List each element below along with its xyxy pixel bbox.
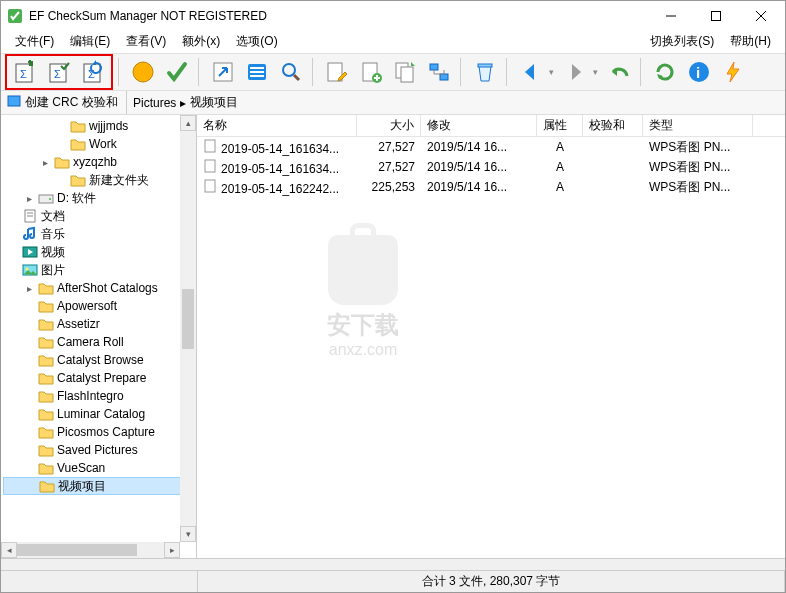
watermark-url: anxz.com: [327, 341, 399, 359]
svg-rect-26: [478, 64, 492, 67]
svg-rect-2: [711, 12, 720, 21]
network-icon[interactable]: [423, 56, 455, 88]
tree-item-label: AfterShot Catalogs: [57, 281, 158, 295]
cell-attr: A: [537, 160, 583, 174]
add-doc-icon[interactable]: [355, 56, 387, 88]
tree-item[interactable]: 视频: [3, 243, 196, 261]
scroll-down-icon[interactable]: ▾: [180, 526, 196, 542]
tree-item-label: Camera Roll: [57, 335, 124, 349]
back-dropdown-icon[interactable]: ▾: [549, 67, 557, 77]
tree-item[interactable]: Luminar Catalog: [3, 405, 196, 423]
expander-icon[interactable]: ▸: [39, 157, 51, 168]
scroll-left-icon[interactable]: ◂: [1, 542, 17, 558]
svg-rect-23: [401, 67, 413, 82]
cell-type: WPS看图 PN...: [643, 179, 753, 196]
file-list[interactable]: 名称 大小 修改 属性 校验和 类型 2019-05-14_161634...2…: [197, 115, 785, 558]
edit-icon[interactable]: [321, 56, 353, 88]
tree-item[interactable]: 视频项目: [3, 477, 196, 495]
menu-extra[interactable]: 额外(x): [174, 31, 228, 53]
svg-rect-29: [8, 96, 20, 106]
breadcrumb[interactable]: Pictures ▸ 视频项目: [127, 94, 244, 111]
scroll-right-icon[interactable]: ▸: [164, 542, 180, 558]
tree-item[interactable]: ▸AfterShot Catalogs: [3, 279, 196, 297]
maximize-button[interactable]: [693, 2, 738, 30]
tree-item[interactable]: Work: [3, 135, 196, 153]
sync-checksum-icon[interactable]: Σ: [77, 56, 109, 88]
tree-item[interactable]: 图片: [3, 261, 196, 279]
col-type[interactable]: 类型: [643, 115, 753, 136]
video-icon: [22, 244, 38, 260]
tree-item[interactable]: Assetizr: [3, 315, 196, 333]
tree-horizontal-scrollbar[interactable]: ◂ ▸: [1, 542, 180, 558]
action-label-text: 创建 CRC 校验和: [25, 94, 118, 111]
col-modified[interactable]: 修改: [421, 115, 537, 136]
refresh-icon[interactable]: [649, 56, 681, 88]
forward-icon[interactable]: [559, 56, 591, 88]
watermark-text: 安下载: [327, 309, 399, 341]
tree-item[interactable]: Camera Roll: [3, 333, 196, 351]
svg-rect-40: [205, 180, 215, 192]
breadcrumb-item[interactable]: Pictures: [133, 96, 176, 110]
tree-vertical-scrollbar[interactable]: ▴ ▾: [180, 115, 196, 542]
check-icon[interactable]: [161, 56, 193, 88]
menu-options[interactable]: 选项(O): [228, 31, 285, 53]
search-icon[interactable]: [275, 56, 307, 88]
col-name[interactable]: 名称: [197, 115, 357, 136]
tree-item[interactable]: VueScan: [3, 459, 196, 477]
svg-point-31: [49, 198, 51, 200]
table-row[interactable]: 2019-05-14_161634...27,5272019/5/14 16..…: [197, 157, 785, 177]
doc-icon: [22, 208, 38, 224]
main-content: wjjjmdsWork▸xyzqzhb新建文件夹▸D: 软件文档音乐视频图片▸A…: [1, 115, 785, 558]
cell-size: 225,253: [357, 180, 421, 194]
col-size[interactable]: 大小: [357, 115, 421, 136]
tree-item[interactable]: 新建文件夹: [3, 171, 196, 189]
table-row[interactable]: 2019-05-14_161634...27,5272019/5/14 16..…: [197, 137, 785, 157]
expander-icon[interactable]: ▸: [23, 283, 35, 294]
tree-item[interactable]: 音乐: [3, 225, 196, 243]
breadcrumb-item[interactable]: 视频项目: [190, 94, 238, 111]
list-view-icon[interactable]: [241, 56, 273, 88]
tree-item[interactable]: Catalyst Prepare: [3, 369, 196, 387]
tree-item[interactable]: 文档: [3, 207, 196, 225]
folder-icon: [38, 442, 54, 458]
undo-icon[interactable]: [603, 56, 635, 88]
tree-item[interactable]: Catalyst Browse: [3, 351, 196, 369]
window-title: EF CheckSum Manager NOT REGISTERED: [29, 9, 648, 23]
folder-tree[interactable]: wjjjmdsWork▸xyzqzhb新建文件夹▸D: 软件文档音乐视频图片▸A…: [1, 115, 197, 558]
tree-item-label: 音乐: [41, 226, 65, 243]
folder-icon: [70, 136, 86, 152]
scroll-up-icon[interactable]: ▴: [180, 115, 196, 131]
menu-help[interactable]: 帮助(H): [722, 31, 779, 53]
tree-item[interactable]: ▸xyzqzhb: [3, 153, 196, 171]
col-checksum[interactable]: 校验和: [583, 115, 643, 136]
info-icon[interactable]: i: [683, 56, 715, 88]
lightning-icon[interactable]: [717, 56, 749, 88]
file-icon: [203, 159, 217, 173]
col-attr[interactable]: 属性: [537, 115, 583, 136]
menu-switch-list[interactable]: 切换列表(S): [642, 31, 722, 53]
menu-view[interactable]: 查看(V): [118, 31, 174, 53]
verify-checksum-icon[interactable]: Σ: [43, 56, 75, 88]
copy-doc-icon[interactable]: [389, 56, 421, 88]
menu-file[interactable]: 文件(F): [7, 31, 62, 53]
table-row[interactable]: 2019-05-14_162242...225,2532019/5/14 16.…: [197, 177, 785, 197]
tree-item[interactable]: Saved Pictures: [3, 441, 196, 459]
tree-item[interactable]: ▸D: 软件: [3, 189, 196, 207]
stop-icon[interactable]: [127, 56, 159, 88]
minimize-button[interactable]: [648, 2, 693, 30]
tree-item[interactable]: FlashIntegro: [3, 387, 196, 405]
list-header[interactable]: 名称 大小 修改 属性 校验和 类型: [197, 115, 785, 137]
tree-item[interactable]: wjjjmds: [3, 117, 196, 135]
back-icon[interactable]: [515, 56, 547, 88]
create-checksum-icon[interactable]: Σ: [9, 56, 41, 88]
folder-icon: [38, 460, 54, 476]
shortcut-icon[interactable]: [207, 56, 239, 88]
expander-icon[interactable]: ▸: [23, 193, 35, 204]
menu-edit[interactable]: 编辑(E): [62, 31, 118, 53]
close-button[interactable]: [738, 2, 783, 30]
trash-icon[interactable]: [469, 56, 501, 88]
cell-name: 2019-05-14_161634...: [197, 139, 357, 156]
tree-item[interactable]: Apowersoft: [3, 297, 196, 315]
tree-item[interactable]: Picosmos Capture: [3, 423, 196, 441]
forward-dropdown-icon[interactable]: ▾: [593, 67, 601, 77]
